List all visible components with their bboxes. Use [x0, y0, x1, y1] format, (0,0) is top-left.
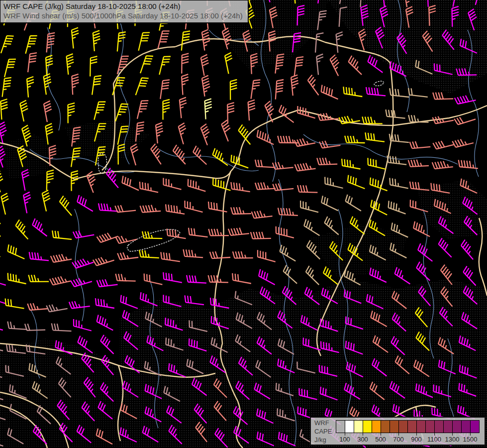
- wind-barb: [52, 324, 72, 332]
- wind-barb: [321, 85, 338, 100]
- wind-barb: [252, 211, 273, 218]
- wind-barb: [362, 116, 383, 123]
- wind-barb: [276, 226, 294, 238]
- wind-barb: [408, 88, 428, 97]
- wind-barb: [276, 80, 284, 100]
- wind-barb: [255, 182, 276, 189]
- wind-barb: [139, 32, 150, 50]
- wind-barb: [463, 266, 476, 286]
- wind-barb: [317, 158, 337, 165]
- wind-barb: [158, 31, 169, 49]
- colorbar-tick-label: 1500: [463, 436, 478, 443]
- wind-barb: [232, 273, 251, 284]
- colorbar-tick-label: 300: [357, 436, 368, 443]
- wind-barb: [173, 145, 186, 164]
- colorbar-tick-label: 100: [339, 436, 350, 443]
- colorbar-cell: [390, 421, 399, 433]
- wind-barb: [117, 32, 126, 51]
- legend-label-line-1: WRF: [314, 419, 332, 427]
- wind-barb: [205, 99, 212, 119]
- wind-barb: [433, 141, 454, 149]
- wind-barb: [432, 161, 453, 169]
- wind-barb: [164, 178, 182, 190]
- wind-barb: [454, 117, 476, 124]
- wind-barb: [279, 105, 294, 122]
- wind-barb: [50, 276, 71, 285]
- wind-barb: [0, 291, 6, 304]
- wind-barb: [348, 175, 365, 189]
- wind-barb: [20, 101, 28, 122]
- wind-barb: [228, 228, 249, 235]
- wind-barb: [188, 179, 206, 192]
- wind-barb: [182, 31, 190, 50]
- wind-barb: [452, 139, 474, 147]
- wind-barb: [1, 193, 8, 215]
- wind-barb: [390, 178, 408, 188]
- wind-barb: [255, 160, 275, 168]
- wind-barb: [100, 335, 113, 354]
- wind-barb: [137, 101, 148, 119]
- wind-barb: [386, 110, 405, 118]
- wind-barb: [257, 130, 274, 144]
- wind-barb: [73, 230, 94, 238]
- colorbar-tick-label: 1300: [445, 436, 460, 443]
- wind-barb: [0, 216, 0, 236]
- legend-label-line-2: CAPE: [314, 427, 332, 436]
- title-line-1: WRF CAPE (J/kg) Saturday 18-10-2025 18:0…: [3, 1, 243, 11]
- colorbar-cell: [345, 421, 354, 433]
- wind-barb: [416, 262, 430, 281]
- wind-barb: [365, 132, 385, 142]
- wind-barb: [29, 252, 49, 260]
- wind-barb: [210, 251, 230, 258]
- wind-barb: [167, 228, 186, 238]
- wind-barb: [193, 146, 206, 165]
- wind-barb: [439, 238, 452, 257]
- wind-barb: [97, 279, 118, 287]
- wind-barb: [28, 275, 49, 282]
- wind-barb: [227, 103, 234, 123]
- wind-barb: [163, 100, 170, 120]
- wind-barb: [90, 56, 97, 76]
- wind-barb: [336, 32, 343, 53]
- colorbar-cell: [426, 421, 435, 433]
- wind-barb: [8, 273, 26, 284]
- colorbar-cell: [444, 421, 453, 433]
- wind-barb: [140, 182, 158, 192]
- wind-barb: [0, 273, 6, 285]
- legend-label-line-3: J/kg: [314, 436, 332, 444]
- wind-barb: [273, 184, 293, 191]
- wind-barb: [389, 201, 406, 214]
- wind-barb: [44, 101, 52, 122]
- wind-barb: [202, 29, 210, 50]
- wind-barb: [2, 78, 11, 97]
- wind-barb: [163, 272, 182, 283]
- wind-barb: [201, 55, 209, 76]
- wind-barb: [1, 36, 14, 53]
- wind-barb: [0, 122, 6, 143]
- river-path: [47, 27, 61, 130]
- wind-barb: [275, 54, 284, 74]
- wind-barb: [0, 318, 3, 330]
- wind-barb: [390, 88, 409, 97]
- colorbar-cell: [372, 421, 381, 433]
- terrain-stipple-region: [0, 338, 119, 448]
- title-box: WRF CAPE (J/kg) Saturday 18-10-2025 18:0…: [0, 0, 249, 23]
- wind-barb: [27, 303, 48, 310]
- wind-barb: [23, 192, 31, 214]
- wind-barb: [72, 74, 79, 95]
- wind-barb: [371, 200, 387, 215]
- wind-barb: [410, 141, 431, 148]
- wind-barb: [93, 30, 100, 51]
- weather-map: WRF CAPE (J/kg) Saturday 18-10-2025 18:0…: [0, 0, 487, 448]
- wind-barb: [47, 33, 55, 53]
- wind-barb: [4, 59, 16, 77]
- colorbar-tick-label: 500: [375, 436, 386, 443]
- wind-barb: [304, 219, 319, 235]
- wind-barb: [366, 87, 386, 96]
- wind-barb: [93, 257, 114, 266]
- colorbar-cell: [471, 421, 479, 433]
- wind-barb: [349, 56, 362, 75]
- wind-barb: [295, 163, 316, 171]
- colorbar-tick-label: 700: [393, 436, 404, 443]
- wind-barb: [201, 124, 209, 145]
